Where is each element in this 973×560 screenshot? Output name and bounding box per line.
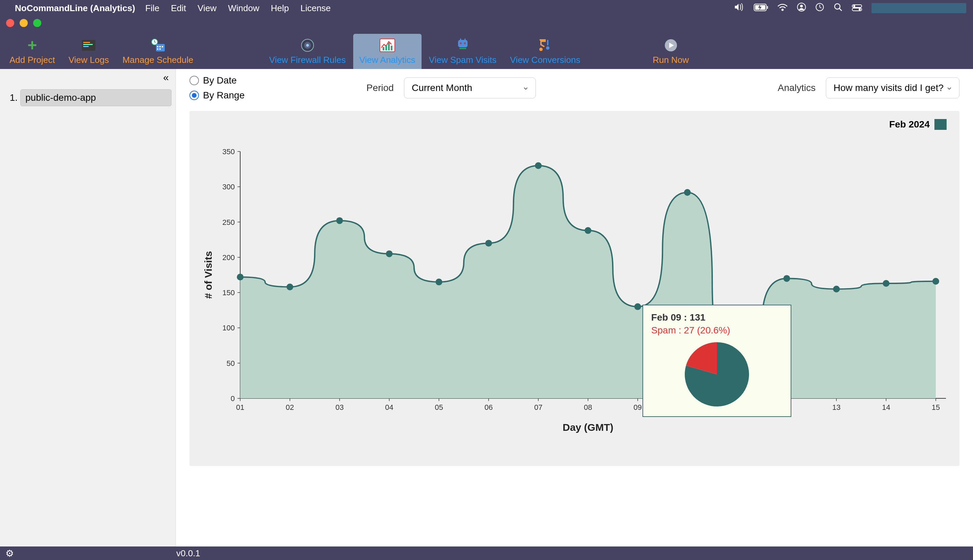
- svg-point-102: [932, 278, 939, 285]
- window-traffic-lights: [0, 16, 973, 30]
- view-firewall-button[interactable]: View Firewall Rules: [263, 34, 352, 69]
- project-list: 1. public-demo-app: [4, 89, 172, 106]
- legend-swatch: [935, 119, 946, 130]
- svg-text:50: 50: [227, 359, 235, 368]
- svg-text:300: 300: [222, 183, 235, 191]
- chart-tooltip: Feb 09 : 131 Spam : 27 (20.6%): [643, 305, 791, 417]
- svg-rect-27: [383, 47, 384, 50]
- user-icon[interactable]: [797, 3, 806, 14]
- svg-line-7: [839, 8, 842, 11]
- logs-icon: [81, 36, 96, 55]
- svg-point-33: [464, 42, 466, 44]
- project-number: 1.: [4, 92, 18, 103]
- svg-text:350: 350: [222, 147, 235, 156]
- volume-icon[interactable]: [734, 3, 744, 13]
- period-value: Current Month: [412, 83, 472, 93]
- tooltip-pie: [683, 340, 751, 408]
- svg-rect-29: [388, 43, 390, 50]
- svg-rect-20: [162, 46, 163, 47]
- menu-license[interactable]: License: [300, 3, 331, 13]
- svg-rect-36: [459, 48, 466, 49]
- analytics-label: Analytics: [778, 83, 816, 93]
- main-content: By Date By Range Period Current Month An…: [176, 69, 973, 547]
- svg-text:01: 01: [236, 403, 244, 412]
- project-item[interactable]: 1. public-demo-app: [4, 89, 172, 106]
- window-minimize-button[interactable]: [20, 19, 28, 27]
- svg-text:06: 06: [484, 403, 492, 412]
- svg-point-32: [460, 42, 462, 44]
- menu-edit[interactable]: Edit: [171, 3, 186, 13]
- menubar-blank-area: [871, 3, 966, 13]
- view-logs-button[interactable]: View Logs: [62, 34, 115, 69]
- run-now-button[interactable]: Run Now: [646, 34, 695, 69]
- svg-point-91: [386, 250, 393, 257]
- menubar-status-icons: [734, 3, 966, 14]
- radio-icon: [189, 91, 199, 100]
- settings-gear-icon[interactable]: ⚙: [5, 548, 14, 559]
- svg-point-89: [287, 283, 293, 290]
- spam-icon: [456, 36, 470, 55]
- status-bar: ⚙ v0.0.1: [0, 547, 973, 560]
- chart-legend: Feb 2024: [889, 119, 946, 130]
- svg-text:100: 100: [222, 323, 235, 332]
- svg-rect-31: [458, 40, 467, 47]
- control-center-icon[interactable]: [852, 3, 862, 13]
- tooltip-title: Feb 09 : 131: [651, 312, 783, 323]
- view-spam-button[interactable]: View Spam Visits: [423, 34, 503, 69]
- svg-rect-19: [159, 46, 161, 47]
- range-radio-group: By Date By Range: [189, 75, 245, 101]
- menu-file[interactable]: File: [145, 3, 159, 13]
- svg-point-90: [336, 217, 343, 224]
- add-project-button[interactable]: + Add Project: [3, 34, 61, 69]
- macos-menubar: NoCommandLine (Analytics) File Edit View…: [0, 0, 973, 16]
- radio-by-date[interactable]: By Date: [189, 75, 245, 86]
- firewall-icon: [300, 36, 315, 55]
- legend-label: Feb 2024: [889, 119, 930, 130]
- svg-point-95: [585, 227, 591, 234]
- battery-icon[interactable]: [754, 3, 768, 13]
- view-logs-label: View Logs: [68, 55, 109, 65]
- svg-text:0: 0: [231, 394, 235, 403]
- window-maximize-button[interactable]: [33, 19, 41, 27]
- wifi-icon[interactable]: [778, 3, 788, 13]
- play-icon: [664, 36, 678, 55]
- radio-by-date-label: By Date: [203, 75, 237, 86]
- spotlight-icon[interactable]: [834, 3, 843, 14]
- view-conversions-label: View Conversions: [510, 55, 581, 65]
- sidebar-collapse-icon[interactable]: «: [163, 72, 169, 83]
- svg-rect-26: [380, 39, 395, 52]
- svg-point-4: [800, 5, 803, 7]
- svg-text:09: 09: [634, 403, 642, 412]
- view-conversions-button[interactable]: View Conversions: [504, 34, 587, 69]
- svg-rect-12: [82, 40, 95, 51]
- svg-text:Day (GMT): Day (GMT): [562, 422, 613, 433]
- radio-by-range[interactable]: By Range: [189, 90, 245, 101]
- svg-rect-14: [83, 44, 93, 45]
- add-project-label: Add Project: [10, 55, 55, 65]
- svg-text:15: 15: [932, 403, 940, 412]
- svg-point-11: [859, 8, 861, 10]
- svg-text:03: 03: [335, 403, 344, 412]
- menu-view[interactable]: View: [198, 3, 217, 13]
- visits-chart[interactable]: 0501001502002503003500102030405060708091…: [200, 121, 949, 439]
- svg-rect-13: [83, 42, 90, 43]
- svg-point-38: [546, 46, 549, 50]
- period-select[interactable]: Current Month: [404, 77, 536, 98]
- menu-window[interactable]: Window: [228, 3, 259, 13]
- svg-point-6: [834, 4, 840, 9]
- controls-row: By Date By Range Period Current Month An…: [189, 75, 960, 101]
- svg-rect-21: [157, 48, 159, 50]
- sidebar: « 1. public-demo-app: [0, 69, 176, 547]
- svg-point-25: [306, 44, 309, 47]
- svg-point-97: [684, 189, 691, 196]
- timemachine-icon[interactable]: [815, 3, 824, 14]
- analytics-select[interactable]: How many visits did I get?: [826, 77, 960, 98]
- run-now-label: Run Now: [653, 55, 689, 65]
- manage-schedule-button[interactable]: Manage Schedule: [116, 34, 200, 69]
- menu-help[interactable]: Help: [270, 3, 289, 13]
- svg-rect-34: [460, 38, 461, 41]
- window-close-button[interactable]: [6, 19, 14, 27]
- view-analytics-button[interactable]: View Analytics: [353, 34, 422, 69]
- view-spam-label: View Spam Visits: [429, 55, 497, 65]
- svg-text:04: 04: [385, 403, 393, 412]
